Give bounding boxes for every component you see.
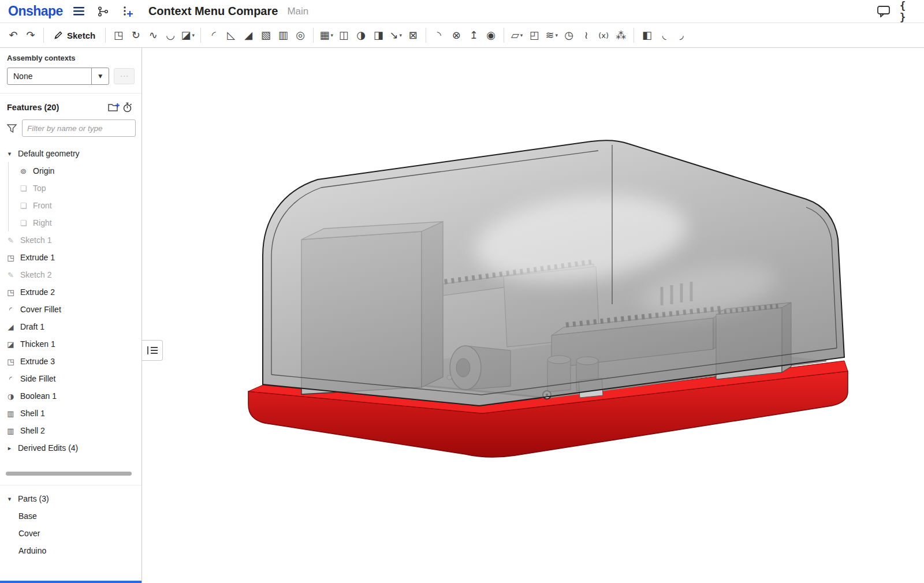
shell-button[interactable]: ▥ [274, 26, 292, 44]
feature-filter-input[interactable] [22, 119, 136, 137]
feature-label: Extrude 2 [20, 287, 55, 297]
extrude-button[interactable]: ◳ [110, 26, 127, 44]
sheet-metal-tab-button[interactable]: ◞ [673, 26, 690, 44]
part-label: Base [18, 511, 37, 521]
feature-item-draft-1[interactable]: ◢Draft 1 [0, 318, 141, 335]
feature-list-icon [147, 346, 158, 355]
assembly-context-select[interactable]: None ▼ [7, 68, 109, 85]
undo-button[interactable]: ↶ [5, 26, 22, 44]
part-item-cover[interactable]: Cover [0, 525, 141, 542]
feature-item-extrude-2[interactable]: ◳Extrude 2 [0, 283, 141, 301]
feature-label: Extrude 1 [20, 253, 55, 262]
boolean-button[interactable]: ◑ [352, 26, 370, 44]
graphics-area[interactable] [142, 48, 924, 583]
linear-pattern-button[interactable]: ▦▾ [318, 26, 335, 44]
feature-item-thicken-1[interactable]: ◪Thicken 1 [0, 335, 141, 353]
chamfer-icon: ◺ [227, 30, 235, 40]
helix-icon: ◷ [564, 30, 573, 40]
revolve-button[interactable]: ↻ [127, 26, 144, 44]
feature-item-cover-fillet[interactable]: ◜Cover Fillet [0, 301, 141, 318]
loft-button[interactable]: ◡ [162, 26, 179, 44]
scrollbar-thumb[interactable] [6, 472, 132, 476]
parts-group-header[interactable]: ▾ Parts (3) [0, 490, 141, 507]
chevron-down-icon[interactable]: ▾ [192, 32, 195, 38]
feature-item-origin[interactable]: ⊚Origin [0, 162, 141, 180]
mirror-button[interactable]: ◫ [335, 26, 352, 44]
insert-folder-icon[interactable] [107, 101, 121, 114]
part-item-arduino[interactable]: Arduino [0, 542, 141, 559]
part-item-base[interactable]: Base [0, 507, 141, 525]
shell-icon: ▥ [278, 30, 288, 40]
versions-tree-icon[interactable] [95, 3, 111, 20]
feature-item-extrude-3[interactable]: ◳Extrude 3 [0, 353, 141, 370]
feature-tree: ▾Default geometry⊚Origin❏Top❏Front❏Right… [0, 145, 141, 457]
feature-list-toggle-button[interactable] [142, 340, 163, 361]
delete-face-button[interactable]: ⊗ [448, 26, 465, 44]
feature-item-sketch-2[interactable]: ✎Sketch 2 [0, 266, 141, 283]
feature-item-sketch-1[interactable]: ✎Sketch 1 [0, 231, 141, 249]
chevron-down-icon[interactable]: ▾ [399, 32, 402, 38]
partition-button[interactable]: ◰ [526, 26, 543, 44]
assembly-contexts-title: Assembly contexts [7, 54, 135, 62]
chevron-down-icon[interactable]: ▾ [6, 495, 13, 503]
feature-item-top[interactable]: ❏Top [0, 180, 141, 197]
feature-item-shell-2[interactable]: ▥Shell 2 [0, 422, 141, 439]
chevron-down-icon[interactable]: ▾ [330, 32, 333, 38]
mate-connector-button[interactable]: ⁂ [612, 26, 629, 44]
sweep-button[interactable]: ∿ [144, 26, 162, 44]
follow-mode-icon[interactable] [120, 3, 136, 20]
thicken-button[interactable]: ◪▾ [179, 26, 196, 44]
replace-face-button[interactable]: ◉ [482, 26, 500, 44]
feature-label: Cover Fillet [20, 305, 61, 314]
feature-group-derived-edits-4[interactable]: ▸Derived Edits (4) [0, 439, 141, 457]
plane-button[interactable]: ▱▾ [508, 26, 526, 44]
rollback-history-icon[interactable] [121, 101, 135, 114]
modify-fillet-button[interactable]: ◝ [430, 26, 448, 44]
fillet-icon: ◜ [212, 30, 216, 40]
composite-curve-button[interactable]: ≋▾ [543, 26, 560, 44]
workspace-name[interactable]: Main [287, 6, 308, 17]
feature-item-side-fillet[interactable]: ◜Side Fillet [0, 370, 141, 387]
split-button[interactable]: ◨ [370, 26, 387, 44]
sheet-metal-model-button[interactable]: ◧ [638, 26, 655, 44]
rib-icon: ▧ [261, 30, 271, 40]
chamfer-button[interactable]: ◺ [222, 26, 240, 44]
feature-item-extrude-1[interactable]: ◳Extrude 1 [0, 249, 141, 266]
variable-button[interactable]: (x) [595, 26, 612, 44]
feature-item-right[interactable]: ❏Right [0, 214, 141, 231]
chevron-down-icon[interactable]: ▾ [555, 32, 558, 38]
sketch-button[interactable]: Sketch [48, 26, 101, 44]
feature-item-boolean-1[interactable]: ◑Boolean 1 [0, 387, 141, 405]
redo-button[interactable]: ↷ [22, 26, 39, 44]
move-face-button[interactable]: ↥ [465, 26, 482, 44]
hamburger-menu-icon[interactable] [71, 3, 87, 20]
transform-button[interactable]: ↘▾ [387, 26, 404, 44]
plane-icon: ❏ [18, 184, 28, 193]
helix-button[interactable]: ◷ [560, 26, 578, 44]
draft-icon: ◢ [244, 30, 252, 40]
delete-part-button[interactable]: ⊠ [404, 26, 422, 44]
sheet-metal-flange-button[interactable]: ◟ [655, 26, 673, 44]
feature-group-default-geometry[interactable]: ▾Default geometry [0, 145, 141, 162]
rib-button[interactable]: ▧ [257, 26, 274, 44]
sketch-label: Sketch [67, 31, 95, 40]
chevron-right-icon[interactable]: ▸ [6, 444, 13, 452]
onshape-logo[interactable]: Onshape [8, 3, 63, 19]
chevron-down-icon[interactable]: ▾ [6, 150, 13, 158]
chevron-down-icon[interactable]: ▾ [520, 32, 523, 38]
feature-item-shell-1[interactable]: ▥Shell 1 [0, 405, 141, 422]
featurescript-icon[interactable]: { } [900, 3, 916, 20]
model-part-cover[interactable] [263, 140, 844, 406]
sheet-metal-model-icon: ◧ [642, 30, 652, 40]
fillet-button[interactable]: ◜ [205, 26, 222, 44]
assembly-context-more-button[interactable]: ⋯ [114, 68, 135, 84]
hole-button[interactable]: ◎ [292, 26, 309, 44]
toolbar-divider [43, 28, 44, 43]
viewport[interactable] [142, 48, 924, 583]
document-title[interactable]: Context Menu Compare [148, 5, 278, 18]
feature-item-front[interactable]: ❏Front [0, 197, 141, 214]
draft-button[interactable]: ◢ [240, 26, 257, 44]
fit-spline-button[interactable]: ≀ [578, 26, 595, 44]
plane-icon: ❏ [18, 219, 28, 227]
comments-icon[interactable] [875, 3, 892, 20]
